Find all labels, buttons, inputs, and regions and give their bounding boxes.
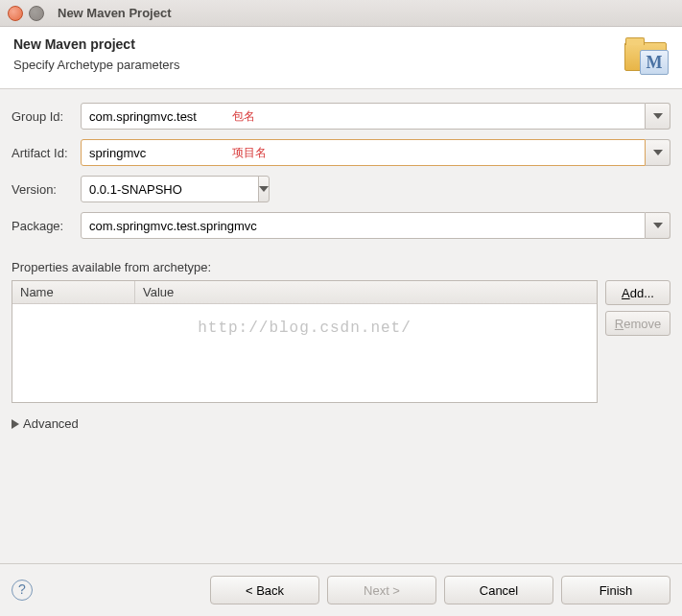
group-id-dropdown[interactable] [646,103,670,130]
chevron-right-icon [12,419,19,429]
package-combo [81,212,670,239]
col-name[interactable]: Name [12,281,135,303]
package-input[interactable] [81,212,646,239]
add-button[interactable]: Add... [605,280,670,305]
version-input[interactable] [81,176,259,202]
chevron-down-icon [653,113,663,119]
group-id-combo: 包名 [81,103,670,130]
watermark-text: http://blog.csdn.net/ [198,320,412,337]
col-value[interactable]: Value [135,281,597,303]
artifact-id-input[interactable] [81,139,646,166]
finish-button[interactable]: Finish [561,576,670,604]
package-label: Package: [12,219,81,233]
advanced-label: Advanced [23,416,79,431]
advanced-toggle[interactable]: Advanced [0,411,682,440]
properties-label: Properties available from archetype: [0,254,682,280]
version-dropdown[interactable] [258,176,270,202]
window-titlebar: New Maven Project [0,0,682,27]
chevron-down-icon [653,223,663,228]
back-button[interactable]: < Back [210,576,319,604]
table-body: http://blog.csdn.net/ [12,304,597,402]
artifact-id-combo: 项目名 [81,139,670,166]
next-button: Next > [327,576,436,604]
wizard-subtitle: Specify Archetype parameters [13,58,179,72]
remove-button: Remove [605,311,670,336]
package-dropdown[interactable] [646,212,670,239]
cancel-button[interactable]: Cancel [444,576,553,604]
chevron-down-icon [653,150,663,155]
minimize-icon[interactable] [29,6,44,21]
properties-table[interactable]: Name Value http://blog.csdn.net/ [12,280,598,403]
artifact-id-label: Artifact Id: [12,146,81,160]
maven-icon: M [624,36,669,75]
artifact-id-dropdown[interactable] [646,139,670,166]
form-area: Group Id: 包名 Artifact Id: 项目名 Version: P… [0,89,682,254]
version-label: Version: [12,182,81,197]
chevron-down-icon [259,186,269,192]
table-header: Name Value [12,281,597,304]
footer: ? < Back Next > Cancel Finish [0,563,682,616]
version-combo [81,176,230,202]
group-id-input[interactable] [81,103,646,130]
help-icon[interactable]: ? [12,580,33,601]
close-icon[interactable] [8,6,23,21]
wizard-title: New Maven project [13,36,179,52]
group-id-label: Group Id: [12,109,81,124]
wizard-header: New Maven project Specify Archetype para… [0,27,682,89]
window-title: New Maven Project [58,6,172,20]
